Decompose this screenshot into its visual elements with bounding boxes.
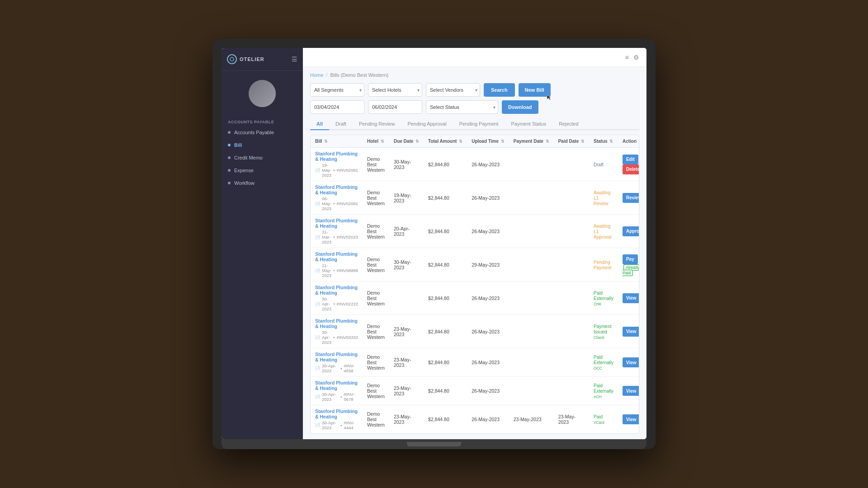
- col-total-amount[interactable]: Total Amount ⇅: [424, 135, 467, 148]
- bill-meta: 📄 06-May-2023 • #INV02091: [315, 196, 358, 211]
- cell-status: Draft: [589, 148, 618, 181]
- download-button[interactable]: Download: [502, 100, 538, 114]
- tab-rejected[interactable]: Rejected: [552, 118, 585, 130]
- view-button[interactable]: View: [623, 386, 639, 396]
- view-button[interactable]: View: [623, 293, 639, 303]
- bill-link[interactable]: Stanford Plumbing & Heating: [315, 408, 358, 419]
- breadcrumb-home[interactable]: Home: [310, 72, 323, 78]
- menu-lines-icon[interactable]: ≡: [625, 54, 629, 61]
- bill-date: 30-Apr-2023: [322, 363, 339, 373]
- cell-action: View: [618, 282, 639, 315]
- cell-status: Paid ExternallyCHK: [589, 282, 618, 315]
- cell-hotel: Demo Best Western: [363, 377, 389, 405]
- bill-file-icon: 📄: [315, 168, 320, 173]
- cell-upload-time: 26-May-2023: [467, 405, 509, 434]
- bill-file-icon: 📄: [315, 235, 320, 239]
- view-button[interactable]: View: [623, 414, 639, 424]
- tab-all[interactable]: All: [310, 118, 329, 130]
- bill-file-icon: 📄: [315, 394, 320, 399]
- col-upload-time[interactable]: Upload Time ⇅: [467, 135, 509, 148]
- tab-draft[interactable]: Draft: [329, 118, 353, 130]
- hamburger-icon[interactable]: ☰: [292, 56, 297, 63]
- search-button[interactable]: Search: [484, 83, 515, 97]
- hotel-select[interactable]: Select Hotels: [368, 83, 422, 97]
- tab-payment-status[interactable]: Payment Status: [505, 118, 552, 130]
- bill-file-icon: 📄: [315, 268, 320, 273]
- sidebar-item-expense[interactable]: Expense: [222, 164, 303, 177]
- cell-due-date: [389, 282, 424, 315]
- cell-paid-date: [554, 348, 589, 377]
- cell-amount: $2,844.80: [424, 248, 467, 282]
- cell-hotel: Demo Best Western: [363, 315, 389, 348]
- cell-due-date: 23-May-2023: [389, 348, 424, 377]
- cell-amount: $2,844.80: [424, 148, 467, 181]
- sidebar-item-accounts-payable[interactable]: Accounts Payable: [222, 126, 303, 139]
- cell-upload-time: 26-May-2023: [467, 148, 509, 181]
- tab-pending-approval[interactable]: Pending Approval: [401, 118, 453, 130]
- bill-inv: #INV-4558: [344, 363, 358, 373]
- cell-amount: $2,844.80: [424, 377, 467, 405]
- cell-bill: Stanford Plumbing & Heating 📄 06-May-202…: [311, 181, 363, 215]
- sidebar-logo: OTELIER ☰: [222, 48, 303, 71]
- cell-upload-time: 26-May-2023: [467, 215, 509, 248]
- bill-date: 19-May-2023: [322, 163, 331, 178]
- col-paid-date[interactable]: Paid Date ⇅: [554, 135, 589, 148]
- approve-button[interactable]: Approve: [623, 226, 639, 236]
- col-due-date[interactable]: Due Date ⇅: [389, 135, 424, 148]
- vendor-select[interactable]: Select Vendors: [426, 83, 480, 97]
- sidebar-item-bill[interactable]: Bill: [222, 139, 303, 151]
- sidebar: OTELIER ☰ Accounts Payable Accounts Paya…: [222, 48, 303, 439]
- status-select-wrapper: Select Status: [426, 100, 498, 114]
- cell-due-date: 23-May-2023: [389, 315, 424, 348]
- col-payment-date[interactable]: Payment Date ⇅: [509, 135, 554, 148]
- bill-link[interactable]: Stanford Plumbing & Heating: [315, 218, 358, 229]
- sidebar-item-credit-memo[interactable]: Credit Memo: [222, 151, 303, 164]
- bill-link[interactable]: Stanford Plumbing & Heating: [315, 352, 358, 362]
- bill-date: 21-May-2023: [322, 263, 331, 278]
- bill-inv: #INV02081: [336, 168, 358, 173]
- col-hotel[interactable]: Hotel ⇅: [363, 135, 389, 148]
- col-action: Action: [618, 135, 639, 148]
- status-badge: Paid ExternallyOCC: [594, 355, 613, 371]
- bills-table: Bill ⇅ Hotel ⇅ Due Date ⇅ Total Amount ⇅…: [311, 135, 639, 433]
- bill-link[interactable]: Stanford Plumbing & Heating: [315, 151, 358, 162]
- bill-meta: 📄 30-Apr-2023 • #INV-5678: [315, 392, 358, 402]
- sidebar-item-dot: [228, 144, 231, 146]
- pay-button[interactable]: Pay: [623, 254, 638, 264]
- cell-hotel: Demo Best Western: [363, 348, 389, 377]
- cell-hotel: Demo Best Western: [363, 148, 389, 181]
- table-header-row: Bill ⇅ Hotel ⇅ Due Date ⇅ Total Amount ⇅…: [311, 135, 639, 148]
- cell-payment-date: [509, 348, 554, 377]
- col-status[interactable]: Status ⇅: [589, 135, 618, 148]
- bill-link[interactable]: Stanford Plumbing & Heating: [315, 184, 358, 195]
- tab-pending-payment[interactable]: Pending Payment: [453, 118, 505, 130]
- status-select[interactable]: Select Status: [426, 100, 498, 114]
- cell-status: Paid ExternallyOCC: [589, 348, 618, 377]
- cell-bill: Stanford Plumbing & Heating 📄 30-Apr-202…: [311, 377, 363, 405]
- bills-table-container: Bill ⇅ Hotel ⇅ Due Date ⇅ Total Amount ⇅…: [310, 135, 639, 434]
- view-button[interactable]: View: [623, 327, 639, 337]
- edit-button[interactable]: Edit: [623, 155, 638, 164]
- bill-inv: #INV02023: [336, 235, 358, 239]
- col-bill[interactable]: Bill ⇅: [311, 135, 363, 148]
- bill-link[interactable]: Stanford Plumbing & Heating: [315, 251, 358, 262]
- date-to-input[interactable]: [368, 100, 422, 114]
- bill-link[interactable]: Stanford Plumbing & Heating: [315, 318, 358, 329]
- view-button[interactable]: View: [623, 357, 639, 367]
- sidebar-item-dot: [228, 182, 231, 184]
- delete-button[interactable]: Delete: [623, 164, 639, 174]
- cell-due-date: 30-May-2023: [389, 148, 424, 181]
- cell-amount: $2,844.80: [424, 315, 467, 348]
- new-bill-button[interactable]: New Bill: [519, 83, 551, 97]
- segment-select[interactable]: All Segments: [310, 83, 364, 97]
- bill-link[interactable]: Stanford Plumbing & Heating: [315, 285, 358, 296]
- settings-icon[interactable]: ⚙: [633, 54, 639, 61]
- sidebar-item-workflow[interactable]: Workflow: [222, 177, 303, 189]
- date-from-input[interactable]: [310, 100, 364, 114]
- bill-inv: #INV-5678: [344, 392, 358, 402]
- bill-link[interactable]: Stanford Plumbing & Heating: [315, 380, 358, 391]
- tab-pending-review[interactable]: Pending Review: [353, 118, 401, 130]
- review-button[interactable]: Review: [623, 193, 639, 203]
- filters-row-2: Select Status Download: [310, 100, 639, 114]
- svg-point-0: [230, 57, 234, 61]
